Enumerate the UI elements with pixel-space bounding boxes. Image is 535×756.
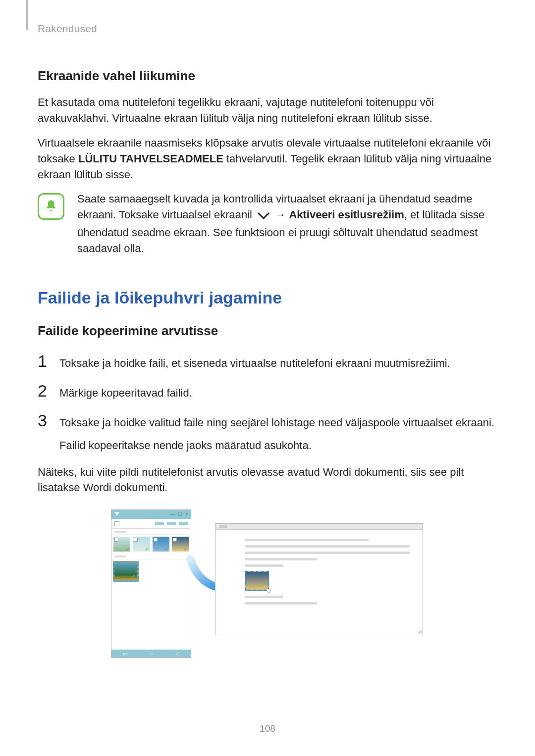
phone-section-label — [111, 554, 191, 559]
chevron-down-icon — [257, 209, 270, 225]
thumbnail-row — [111, 535, 191, 554]
phone-toolbar — [111, 519, 191, 529]
step-number: 1 — [38, 353, 51, 371]
page-number: 108 — [0, 723, 535, 734]
paragraph-1: Et kasutada oma nutitelefoni tegelikku e… — [38, 95, 497, 126]
phone-titlebar: —☐✕ — [111, 510, 191, 519]
dropped-image — [245, 571, 269, 591]
cursor-icon — [266, 587, 272, 594]
section-label: Rakendused — [38, 23, 497, 35]
heading-file-sharing: Failide ja lõikepuhvri jagamine — [38, 288, 497, 307]
bell-note-icon — [38, 193, 64, 220]
step-3-main: Toksake ja hoidke valitud faile ning see… — [59, 416, 494, 429]
gallery-thumb — [171, 536, 189, 552]
gallery-thumb — [113, 536, 131, 552]
step-2: 2 Märkige kopeeritavad failid. — [38, 382, 497, 401]
paragraph-after-steps: Näiteks, kui viite pildi nutitelefonist … — [38, 464, 497, 496]
drag-drop-illustration: —☐✕ ▭○◁ — [38, 509, 497, 658]
page-content: Rakendused Ekraanide vahel liikumine Et … — [0, 0, 535, 658]
note-text: Saate samaaegselt kuvada ja kontrollida … — [77, 191, 497, 256]
step-text: Märkige kopeeritavad failid. — [59, 382, 192, 401]
step-number: 2 — [38, 382, 51, 401]
note-arrow: → — [275, 208, 286, 221]
step-text: Toksake ja hoidke faili, et siseneda vir… — [59, 353, 450, 371]
document-window: ◢ — [215, 523, 423, 635]
step-text: Toksake ja hoidke valitud faile ning see… — [59, 412, 494, 454]
subheading-copy-files: Failide kopeerimine arvutisse — [38, 323, 497, 339]
phone-navbar: ▭○◁ — [111, 650, 191, 657]
chevron-down-icon — [114, 512, 119, 515]
doc-body — [215, 530, 423, 612]
gallery-thumb — [132, 536, 150, 552]
window-buttons: —☐✕ — [170, 511, 189, 517]
note-block: Saate samaaegselt kuvada ja kontrollida … — [38, 191, 497, 256]
checkbox-icon — [114, 521, 119, 526]
doc-titlebar — [215, 524, 423, 530]
virtual-phone-window: —☐✕ ▭○◁ — [111, 509, 191, 658]
paragraph-2-bold: LÜLITU TAHVELSEADMELE — [78, 152, 223, 165]
step-number: 3 — [38, 412, 51, 454]
selected-thumb — [113, 561, 139, 582]
header-rule — [26, 0, 28, 30]
note-bold: Aktiveeri esitlusrežiim — [289, 208, 404, 221]
gallery-thumb — [152, 536, 170, 552]
step-1: 1 Toksake ja hoidke faili, et siseneda v… — [38, 353, 497, 371]
paragraph-2: Virtuaalsele ekraanile naasmiseks klõpsa… — [38, 135, 497, 183]
step-3-sub: Failid kopeeritakse nende jaoks määratud… — [59, 438, 494, 454]
step-3: 3 Toksake ja hoidke valitud faile ning s… — [38, 412, 497, 454]
resize-handle-icon: ◢ — [418, 628, 422, 634]
phone-section-label — [111, 529, 191, 535]
heading-screen-switching: Ekraanide vahel liikumine — [38, 68, 497, 84]
